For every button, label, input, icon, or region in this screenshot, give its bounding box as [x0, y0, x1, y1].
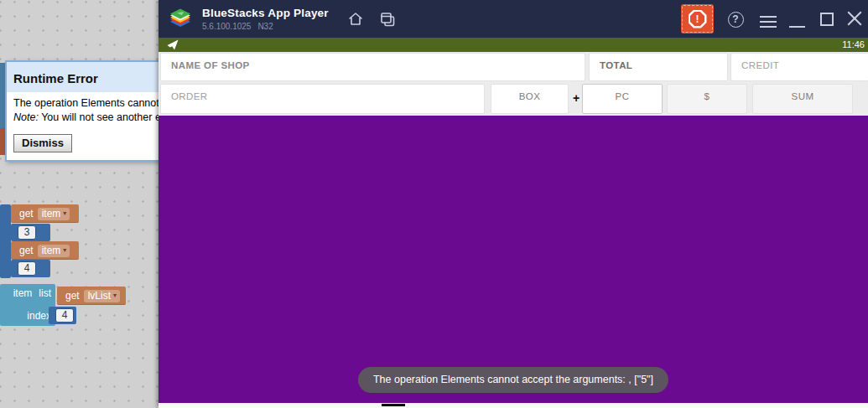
build-label: N32: [257, 22, 273, 31]
variable-name: item: [42, 245, 61, 256]
variable-dropdown[interactable]: lvList ▾: [84, 290, 120, 302]
dialog-title: Runtime Error: [13, 71, 159, 85]
dialog-message-line2: You will not see another e: [39, 111, 159, 123]
dialog-note-label: Note:: [13, 111, 39, 123]
dropdown-arrow-icon: ▾: [63, 246, 66, 254]
runtime-error-dialog: Runtime Error The operation Elements can…: [5, 60, 159, 162]
name-of-shop-input[interactable]: NAME OF SHOP: [160, 53, 585, 81]
dropdown-arrow-icon: ▾: [113, 292, 117, 299]
credit-input[interactable]: CREDIT: [730, 53, 868, 81]
get-label: get: [19, 245, 34, 256]
dollar-input[interactable]: $: [667, 84, 747, 114]
item-label: item: [13, 287, 33, 299]
android-navbar: [159, 403, 868, 408]
order-input[interactable]: ORDER: [160, 84, 485, 114]
variable-name: lvList: [88, 290, 111, 302]
error-alert-button[interactable]: !: [681, 4, 714, 34]
clipped-list-block[interactable]: [0, 204, 11, 278]
version-label: 5.6.100.1025: [202, 22, 251, 31]
close-button[interactable]: [846, 10, 863, 27]
get-lvlist-block[interactable]: get lvList ▾: [57, 287, 126, 305]
multi-instance-button[interactable]: [378, 10, 397, 28]
app-screen-background: The operation Elements cannot accept the…: [159, 116, 868, 403]
send-notification-icon: [167, 39, 179, 50]
get-item-block-2[interactable]: get item ▾: [11, 241, 79, 260]
variable-dropdown[interactable]: item ▾: [38, 208, 70, 220]
variable-name: item: [42, 208, 61, 219]
bluestacks-logo-icon: [166, 4, 195, 33]
number-value[interactable]: 3: [18, 225, 36, 240]
home-button[interactable]: [346, 10, 365, 28]
dismiss-button[interactable]: Dismiss: [13, 134, 72, 152]
minimize-button[interactable]: [787, 18, 806, 36]
total-input[interactable]: TOTAL: [589, 53, 728, 81]
select-list-item-block[interactable]: item list index: [0, 284, 55, 326]
bluestacks-window: BlueStacks App Player 5.6.100.1025 N32 !: [159, 0, 868, 408]
error-toast: The operation Elements cannot accept the…: [358, 367, 668, 393]
number-value[interactable]: 4: [55, 308, 74, 323]
box-input[interactable]: BOX: [491, 84, 569, 114]
get-item-block-1[interactable]: get item ▾: [11, 204, 79, 223]
window-titlebar[interactable]: BlueStacks App Player 5.6.100.1025 N32 !: [159, 0, 868, 38]
clock-time: 11:46: [842, 38, 865, 52]
dialog-message-line1: The operation Elements cannot: [13, 97, 159, 109]
get-label: get: [65, 290, 80, 302]
plus-label: +: [570, 91, 582, 105]
pc-input[interactable]: PC: [582, 84, 663, 114]
minimize-icon: [789, 26, 805, 28]
app-form: NAME OF SHOP TOTAL CREDIT ORDER BOX + PC…: [159, 52, 868, 116]
android-statusbar: 11:46: [159, 38, 868, 52]
number-block-3[interactable]: 3: [11, 224, 50, 241]
list-label: list: [39, 287, 51, 299]
get-label: get: [19, 208, 34, 219]
variable-dropdown[interactable]: item ▾: [38, 245, 70, 257]
window-title: BlueStacks App Player: [202, 7, 329, 19]
help-button[interactable]: ?: [726, 10, 745, 28]
maximize-button[interactable]: [818, 10, 836, 28]
dialog-message: The operation Elements cannot Note: You …: [13, 96, 159, 124]
blocks-editor-canvas[interactable]: Runtime Error The operation Elements can…: [0, 0, 159, 408]
sum-button[interactable]: SUM: [752, 84, 853, 114]
screen: Runtime Error The operation Elements can…: [0, 0, 868, 408]
number-value[interactable]: 4: [18, 261, 36, 276]
question-mark-icon: ?: [728, 12, 744, 28]
window-subtitle: 5.6.100.1025 N32: [202, 22, 273, 31]
number-block-4[interactable]: 4: [11, 260, 50, 277]
dropdown-arrow-icon: ▾: [63, 209, 66, 217]
maximize-icon: [820, 13, 834, 26]
index-label: index: [27, 310, 51, 322]
alert-exclamation: !: [690, 12, 704, 26]
index-number-block[interactable]: 4: [49, 307, 76, 324]
nav-gesture-pill[interactable]: [382, 404, 405, 406]
alert-octagon-icon: !: [689, 10, 707, 28]
menu-button[interactable]: [759, 13, 777, 31]
